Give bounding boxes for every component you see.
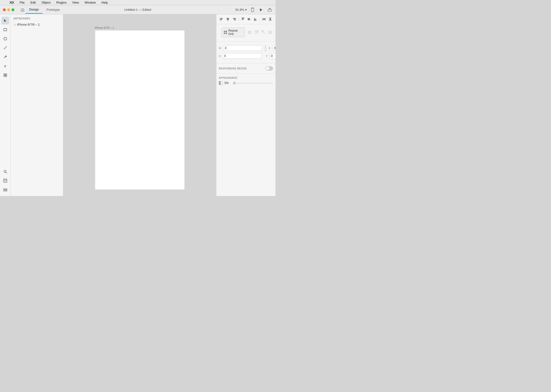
menu-help[interactable]: Help	[101, 0, 109, 5]
menu-xd[interactable]: XD	[9, 0, 15, 5]
document-title: Untitled-1 — Edited	[124, 8, 151, 12]
svg-rect-31	[242, 18, 243, 20]
y-input[interactable]	[269, 53, 276, 59]
align-center-h-icon[interactable]	[225, 16, 231, 22]
close-button[interactable]	[3, 8, 6, 11]
h-input[interactable]	[223, 53, 262, 59]
menu-edit[interactable]: Edit	[29, 0, 37, 5]
align-left-icon[interactable]	[219, 16, 224, 22]
mobile-preview-icon[interactable]	[250, 7, 255, 13]
artboard-frame[interactable]	[95, 30, 185, 190]
tab-prototype[interactable]: Prototype	[43, 6, 64, 14]
component-tool[interactable]	[1, 71, 9, 79]
search-tool[interactable]	[1, 168, 9, 175]
svg-line-15	[6, 172, 7, 173]
svg-rect-28	[233, 18, 235, 19]
home-icon[interactable]	[20, 7, 25, 13]
align-center-v-icon[interactable]	[246, 16, 252, 22]
menu-file[interactable]: File	[19, 0, 26, 5]
appearance-label: APPEARANCE	[219, 77, 273, 79]
zoom-chevron: ▾	[245, 8, 247, 12]
tab-design[interactable]: Design	[25, 6, 43, 14]
svg-text:T: T	[4, 64, 6, 68]
rectangle-tool[interactable]	[1, 26, 9, 34]
flip-v-icon[interactable]	[254, 29, 260, 35]
menu-object[interactable]: Object	[41, 0, 51, 5]
canvas-area[interactable]: iPhone 6/7/8 – 1	[63, 14, 216, 196]
repeat-grid-button[interactable]: Repeat Grid	[221, 28, 245, 37]
responsive-resize-label: RESPONSIVE RESIZE	[219, 67, 247, 70]
svg-rect-11	[6, 74, 7, 75]
minimize-button[interactable]	[7, 8, 10, 11]
zoom-control[interactable]: 91.8% ▾	[235, 8, 247, 12]
svg-rect-50	[264, 33, 265, 34]
repeat-grid-label: Repeat Grid	[228, 29, 242, 36]
y-label: Y	[266, 55, 267, 57]
pen-tool[interactable]	[1, 53, 9, 61]
flip-h-icon[interactable]	[247, 29, 253, 35]
svg-rect-13	[6, 75, 7, 77]
align-top-icon[interactable]	[240, 16, 246, 22]
artboards-panel-icon[interactable]	[1, 177, 9, 184]
link-icon[interactable]	[264, 44, 267, 52]
artboard-label: iPhone 6/7/8 – 1	[95, 26, 185, 29]
svg-rect-12	[4, 75, 5, 77]
svg-marker-4	[4, 19, 6, 22]
title-bar-nav: Design Prototype	[20, 6, 64, 14]
select-tool[interactable]	[1, 17, 9, 24]
h-label: H	[219, 55, 221, 57]
window-controls	[0, 8, 17, 11]
ellipse-tool[interactable]	[1, 35, 9, 42]
svg-rect-10	[4, 74, 5, 75]
section-divider-2	[216, 63, 276, 63]
align-bottom-icon[interactable]	[252, 16, 258, 22]
svg-rect-17	[4, 180, 6, 181]
svg-rect-5	[4, 28, 7, 31]
svg-point-6	[4, 37, 7, 40]
align-grid-icon[interactable]	[267, 29, 273, 35]
maximize-button[interactable]	[12, 8, 14, 11]
share-icon[interactable]	[267, 7, 273, 13]
svg-rect-48	[256, 33, 258, 34]
svg-rect-18	[4, 189, 7, 189]
responsive-resize-row: RESPONSIVE RESIZE	[219, 66, 273, 70]
svg-rect-49	[262, 31, 263, 32]
svg-rect-35	[249, 18, 250, 20]
menu-window[interactable]: Window	[84, 0, 97, 5]
flip-corner-icon[interactable]	[261, 29, 266, 35]
layers-panel-icon[interactable]	[1, 186, 9, 194]
svg-line-7	[4, 46, 7, 49]
title-bar-right: 91.8% ▾	[235, 7, 276, 13]
svg-marker-2	[260, 8, 262, 11]
responsive-resize-toggle[interactable]	[265, 66, 273, 70]
responsive-resize-section: RESPONSIVE RESIZE	[216, 64, 276, 72]
main-layout: T	[0, 14, 276, 196]
section-divider-1	[216, 42, 276, 42]
svg-rect-41	[263, 18, 265, 20]
svg-rect-44	[270, 18, 271, 20]
apple-menu[interactable]	[2, 2, 4, 3]
appearance-section: APPEARANCE 0%	[216, 75, 276, 87]
svg-rect-19	[4, 189, 7, 190]
zoom-value: 91.8%	[235, 8, 244, 12]
svg-rect-47	[256, 31, 258, 32]
text-tool[interactable]: T	[1, 62, 9, 70]
svg-rect-23	[221, 19, 222, 20]
w-input[interactable]	[223, 45, 262, 51]
opacity-value: 0%	[224, 81, 231, 85]
align-right-icon[interactable]	[231, 16, 237, 22]
section-divider-3	[216, 73, 276, 74]
transform-section: W X H Y	[216, 42, 276, 62]
align-divider-2	[259, 17, 260, 21]
menu-view[interactable]: View	[71, 0, 80, 5]
menu-plugins[interactable]: Plugins	[55, 0, 68, 5]
opacity-slider[interactable]	[233, 83, 273, 84]
play-icon[interactable]	[258, 7, 264, 13]
artboard-container: iPhone 6/7/8 – 1	[95, 26, 185, 190]
artboard-item[interactable]: □ iPhone 6/7/8 – 1	[13, 22, 61, 27]
distribute-v-icon[interactable]	[267, 16, 273, 22]
svg-rect-46	[250, 31, 252, 34]
distribute-h-icon[interactable]	[261, 16, 267, 22]
x-input[interactable]	[272, 45, 276, 51]
line-tool[interactable]	[1, 44, 9, 52]
